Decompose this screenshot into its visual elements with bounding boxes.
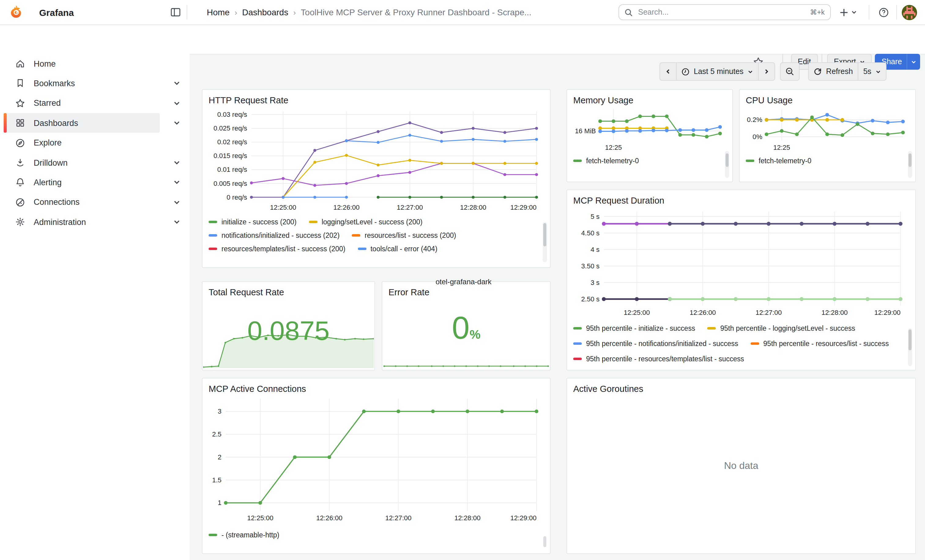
legend-scrollbar[interactable]: [908, 153, 911, 167]
memory-legend: fetch-telemetry-0: [567, 152, 732, 165]
panel-mcp-request-duration: MCP Request Duration 2.50 s3 s3.50 s4 s4…: [566, 189, 916, 371]
svg-text:3 s: 3 s: [591, 279, 600, 287]
time-back-button[interactable]: [660, 62, 676, 81]
legend-item[interactable]: resources/list - success (200): [352, 231, 456, 239]
panel-http-request-rate: HTTP Request Rate 0 req/s0.005 req/s0.01…: [202, 89, 551, 268]
panel-title[interactable]: MCP Active Connections: [202, 378, 550, 395]
panel-title[interactable]: Total Request Rate: [202, 282, 374, 298]
time-range-picker[interactable]: Last 5 minutes: [676, 62, 759, 81]
svg-text:12:29:00: 12:29:00: [874, 309, 901, 316]
time-forward-button[interactable]: [758, 62, 776, 81]
svg-text:2.5: 2.5: [212, 430, 221, 438]
sidebar-item-label: Explore: [34, 133, 62, 153]
refresh-interval-picker[interactable]: 5s: [858, 62, 886, 81]
search-box[interactable]: ⌘+k: [619, 4, 831, 20]
legend-item[interactable]: tools/list - success (200): [311, 258, 399, 259]
sidebar-item-connections[interactable]: Connections: [0, 192, 190, 212]
help-button[interactable]: [878, 0, 889, 24]
panel-title[interactable]: HTTP Request Rate: [202, 90, 550, 107]
svg-text:12:25:00: 12:25:00: [624, 309, 650, 316]
http-request-rate-chart[interactable]: 0 req/s0.005 req/s0.01 req/s0.015 req/s0…: [207, 107, 545, 214]
svg-text:12:25:00: 12:25:00: [270, 204, 297, 211]
legend-item[interactable]: fetch-telemetry-0: [746, 156, 812, 164]
memory-usage-chart[interactable]: 16 MiB12:25: [572, 107, 728, 152]
grafana-logo-icon[interactable]: [9, 5, 23, 19]
svg-text:0.01 req/s: 0.01 req/s: [217, 166, 247, 173]
cpu-usage-chart[interactable]: 0.2%0%12:25: [744, 107, 910, 152]
legend-scrollbar[interactable]: [543, 536, 546, 547]
legend-item[interactable]: tools/call - error (404): [358, 245, 437, 252]
dock-sidebar-icon[interactable]: [170, 7, 181, 18]
legend-item[interactable]: logging/setLevel - success (200): [309, 218, 422, 225]
svg-text:1.5: 1.5: [212, 476, 221, 484]
legend-item[interactable]: 95th percentile - logging/setLevel - suc…: [708, 324, 855, 332]
user-avatar[interactable]: [902, 5, 917, 20]
active-highlight: [7, 173, 160, 192]
refresh-button[interactable]: Refresh: [809, 62, 859, 81]
legend-item[interactable]: 95th percentile - resources/templates/li…: [573, 354, 744, 363]
legend-item[interactable]: 95th percentile - notifications/initiali…: [573, 339, 738, 347]
breadcrumb-item[interactable]: Home: [207, 8, 230, 17]
sidebar-item-bookmarks[interactable]: Bookmarks: [0, 74, 190, 93]
mcp-active-connections-chart[interactable]: 11.522.5312:25:0012:26:0012:27:0012:28:0…: [207, 395, 545, 526]
home-icon: [15, 59, 25, 69]
breadcrumb-item: ToolHive MCP Server & Proxy Runner Dashb…: [301, 8, 531, 17]
sidebar-item-alerting[interactable]: Alerting: [0, 173, 190, 192]
total-request-rate-sparkline[interactable]: [203, 317, 374, 369]
divider: [869, 5, 869, 20]
svg-text:12:28:00: 12:28:00: [822, 309, 848, 316]
mcp-request-duration-chart[interactable]: 2.50 s3 s3.50 s4 s4.50 s5 s12:25:0012:26…: [572, 207, 910, 320]
sidebar-item-label: Administration: [34, 212, 86, 232]
svg-text:0.03 req/s: 0.03 req/s: [217, 111, 247, 118]
panel-title[interactable]: MCP Request Duration: [567, 190, 915, 207]
sidebar-item-dashboards[interactable]: Dashboards: [0, 113, 190, 133]
chevron-down-icon: [173, 80, 181, 87]
legend-item[interactable]: initialize - success (200): [209, 218, 297, 225]
drilldown-icon: [15, 158, 25, 168]
legend-item[interactable]: unknown - success (200): [412, 258, 503, 259]
legend-scrollbar[interactable]: [726, 153, 729, 167]
apps-icon: [15, 118, 25, 128]
legend-item[interactable]: resources/templates/list - success (200): [209, 245, 345, 252]
bookmark-icon: [15, 78, 25, 89]
zoom-out-button[interactable]: [780, 62, 800, 81]
sidebar-item-administration[interactable]: Administration: [0, 212, 190, 232]
sidebar-item-drilldown[interactable]: Drilldown: [0, 153, 190, 173]
chevron-down-icon: [173, 100, 181, 107]
svg-text:12:28:00: 12:28:00: [460, 204, 487, 211]
svg-text:4 s: 4 s: [591, 246, 600, 254]
sidebar-item-starred[interactable]: Starred: [0, 93, 190, 113]
sidebar-item-label: Dashboards: [34, 113, 78, 133]
no-data-message: No data: [567, 378, 915, 553]
panel-title[interactable]: CPU Usage: [740, 90, 915, 107]
legend-scrollbar[interactable]: [908, 330, 911, 350]
sidebar-item-explore[interactable]: Explore: [0, 133, 190, 153]
duration-legend: 95th percentile - initialize - success95…: [567, 320, 915, 364]
gear-icon: [15, 217, 25, 227]
legend-item[interactable]: - (streamable-http): [209, 531, 279, 539]
svg-text:0 req/s: 0 req/s: [227, 194, 247, 201]
legend-item[interactable]: fetch-telemetry-0: [573, 156, 639, 164]
search-input[interactable]: [637, 8, 806, 17]
error-rate-sparkline[interactable]: [383, 340, 549, 369]
active-highlight: [7, 54, 160, 74]
share-menu-button[interactable]: [907, 54, 920, 70]
search-icon: [625, 8, 633, 16]
svg-text:12:26:00: 12:26:00: [333, 204, 360, 211]
active-highlight: [7, 153, 160, 173]
new-menu[interactable]: [839, 0, 857, 24]
breadcrumb-separator: ›: [235, 8, 237, 17]
legend-item[interactable]: tools/call - success (200): [209, 258, 299, 259]
sidebar-item-home[interactable]: Home: [0, 54, 190, 74]
panel-memory-usage: Memory Usage 16 MiB12:25 fetch-telemetry…: [566, 89, 733, 182]
svg-text:12:27:00: 12:27:00: [386, 514, 412, 522]
legend-scrollbar[interactable]: [543, 223, 546, 246]
panel-title[interactable]: Memory Usage: [567, 90, 732, 107]
legend-item[interactable]: notifications/initialized - success (202…: [209, 231, 339, 239]
svg-text:12:26:00: 12:26:00: [690, 309, 716, 316]
time-controls: Last 5 minutes Refresh: [660, 62, 887, 81]
legend-item[interactable]: 95th percentile - resources/list - succe…: [750, 339, 889, 347]
breadcrumb-item[interactable]: Dashboards: [242, 8, 288, 17]
divider: [187, 5, 187, 20]
legend-item[interactable]: 95th percentile - initialize - success: [573, 324, 695, 332]
